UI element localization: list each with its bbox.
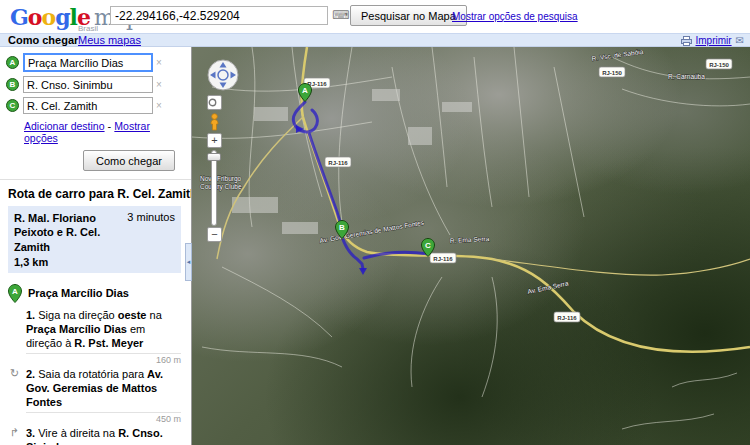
header: Googlemaps Brasil ⌨ Pesquisar no Mapa Mo… <box>0 0 750 33</box>
direction-step[interactable]: ↱3. Vire à direita na R. Cnso. Sinimbu <box>10 426 181 445</box>
turn-right-icon: ↱ <box>10 426 26 445</box>
street-label: R. Carnaúba <box>668 73 705 80</box>
satellite-map[interactable]: RJ-116RJ-116RJ-116RJ-116RJ-150RJ-150 R. … <box>192 47 750 445</box>
street-label: Country Clube <box>200 183 242 191</box>
waypoint-input-b[interactable] <box>23 76 153 93</box>
google-maps-window: Googlemaps Brasil ⌨ Pesquisar no Mapa Mo… <box>0 0 750 445</box>
svg-text:RJ-116: RJ-116 <box>328 160 348 166</box>
waypoint-badge-b: B <box>6 78 19 91</box>
tab-bar: Como chegar Meus mapas Imprimir ✉ <box>0 33 750 47</box>
sidebar-collapse-handle[interactable]: ◂ <box>185 243 192 281</box>
directions-sidebar: A × B × C × Adicionar destino - Mostrar … <box>0 47 192 445</box>
svg-text:RJ-150: RJ-150 <box>602 70 622 76</box>
step-icon <box>10 308 26 351</box>
step-text: 1. Siga na direção oeste na Praça Marcíl… <box>26 308 181 351</box>
waypoint-form: A × B × C × Adicionar destino - Mostrar … <box>0 47 191 180</box>
road-shield: RJ-116 <box>430 253 456 263</box>
route-polyline[interactable] <box>293 102 428 269</box>
link-separator: - <box>105 120 115 132</box>
direction-step[interactable]: ↻2. Saia da rotatória para Av. Gov. Gere… <box>10 367 181 410</box>
road-shield: RJ-150 <box>599 67 625 77</box>
tab-como-chegar[interactable]: Como chegar <box>8 34 78 46</box>
roundabout-icon: ↻ <box>10 367 26 410</box>
remove-waypoint-c-icon[interactable]: × <box>156 100 162 111</box>
waypoint-row-c: C × <box>6 97 177 114</box>
waypoint-pin-a-icon: A <box>8 284 22 303</box>
zoom-in-button[interactable]: + <box>207 133 222 148</box>
get-directions-button[interactable]: Como chegar <box>83 150 175 171</box>
step-text: 2. Saia da rotatória para Av. Gov. Gerem… <box>26 367 181 410</box>
street-label: R. Ema Serra <box>450 235 490 244</box>
waypoint-input-c[interactable] <box>23 97 153 114</box>
waypoint-input-a[interactable] <box>23 53 153 72</box>
svg-text:RJ-150: RJ-150 <box>709 62 729 68</box>
route-title: Rota de carro para R. Cel. Zamith <box>0 180 191 206</box>
street-view-pegman[interactable] <box>207 113 222 131</box>
zoom-out-button[interactable]: − <box>207 227 222 242</box>
route-arrow-icon <box>359 268 367 275</box>
street-label: Av. Ema Serra <box>527 279 570 295</box>
leg-header-a: APraça Marcílio Dias <box>0 279 181 306</box>
street-label: Av. Gov. Geremias de Mattos Fontes <box>319 219 425 244</box>
printer-icon[interactable] <box>681 36 692 46</box>
search-map-button[interactable]: Pesquisar no Mapa <box>350 5 467 26</box>
show-last-result-button[interactable] <box>207 95 222 110</box>
road-shield: RJ-116 <box>554 312 580 322</box>
remove-waypoint-a-icon[interactable]: × <box>156 57 162 68</box>
directions-list: APraça Marcílio Dias1. Siga na direção o… <box>0 279 191 445</box>
waypoint-row-a: A × <box>6 53 177 72</box>
logo-country-label: Brasil <box>78 24 98 33</box>
building-blocks <box>232 89 472 234</box>
remove-waypoint-b-icon[interactable]: × <box>156 79 162 90</box>
svg-text:A: A <box>12 287 18 296</box>
print-link[interactable]: Imprimir <box>696 35 732 46</box>
highway-roads <box>217 47 750 352</box>
tab-meus-mapas[interactable]: Meus mapas <box>78 34 141 46</box>
route-summary: R. Mal. Floriano Peixoto e R. Cel. Zamit… <box>8 206 181 273</box>
svg-text:A: A <box>302 86 308 95</box>
street-label: Nova Friburgo <box>200 175 242 183</box>
waypoint-badge-c: C <box>6 99 19 112</box>
add-destination-link[interactable]: Adicionar destino <box>24 120 105 132</box>
route-time: 3 minutos <box>127 211 175 223</box>
leg-name: Praça Marcílio Dias <box>28 287 129 299</box>
waypoint-badge-a: A <box>6 56 19 69</box>
svg-text:B: B <box>339 223 345 232</box>
road-shield: RJ-150 <box>706 59 732 69</box>
route-via: R. Mal. Floriano Peixoto e R. Cel. Zamit… <box>14 211 129 254</box>
step-distance: 160 m <box>26 353 181 365</box>
road-shield: RJ-116 <box>325 157 351 167</box>
zoom-slider-track[interactable] <box>211 150 217 226</box>
route-distance: 1,3 km <box>14 256 175 268</box>
keyboard-icon[interactable]: ⌨ <box>332 8 348 22</box>
direction-step[interactable]: 1. Siga na direção oeste na Praça Marcíl… <box>10 308 181 351</box>
search-options-link[interactable]: Mostrar opções de pesquisa <box>452 11 578 22</box>
pan-control[interactable] <box>207 59 239 91</box>
waypoint-links: Adicionar destino - Mostrar opções <box>6 118 177 150</box>
svg-text:RJ-116: RJ-116 <box>557 315 577 321</box>
road-shield-layer: RJ-116RJ-116RJ-116RJ-116RJ-150RJ-150 <box>304 59 732 322</box>
step-distance: 450 m <box>26 412 181 424</box>
svg-text:C: C <box>425 241 431 250</box>
waypoint-row-b: B × <box>6 76 177 93</box>
map-overlay: RJ-116RJ-116RJ-116RJ-116RJ-150RJ-150 R. … <box>192 47 750 445</box>
search-input[interactable] <box>110 6 328 25</box>
send-mail-icon[interactable]: ✉ <box>736 35 744 46</box>
svg-text:RJ-116: RJ-116 <box>433 256 453 262</box>
zoom-slider-thumb[interactable] <box>207 153 221 161</box>
step-text: 3. Vire à direita na R. Cnso. Sinimbu <box>26 426 181 445</box>
